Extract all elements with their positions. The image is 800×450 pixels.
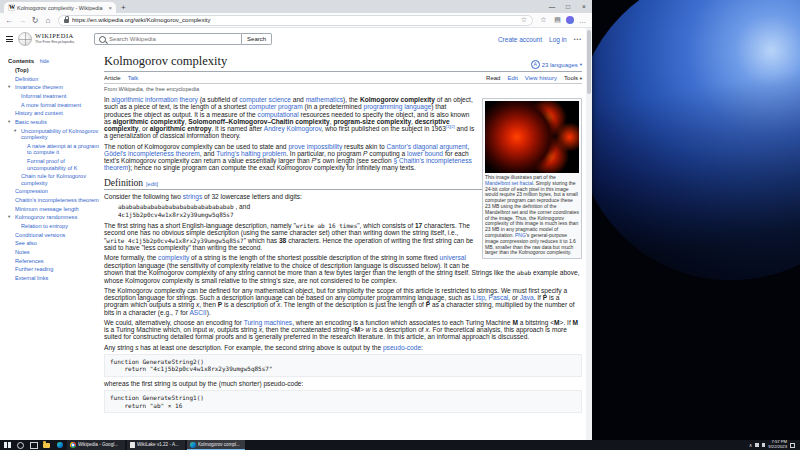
- inline-link[interactable]: computational: [258, 111, 299, 118]
- favorite-star-icon[interactable]: ☆: [521, 16, 527, 24]
- edit-link[interactable]: [edit]: [146, 181, 158, 187]
- forward-button[interactable]: →: [17, 16, 27, 25]
- toc-item-label[interactable]: Minimum message length: [15, 206, 79, 212]
- toc-item[interactable]: Definition: [8, 76, 100, 82]
- toc-item[interactable]: History and context: [8, 110, 100, 116]
- wikipedia-wordmark[interactable]: WIKIPEDIA The Free Encyclopedia: [35, 33, 74, 44]
- toc-item[interactable]: Further reading: [8, 266, 100, 272]
- tray-expand-icon[interactable]: ∧: [749, 442, 753, 448]
- url-text[interactable]: https://en.wikipedia.org/wiki/Kolmogorov…: [72, 17, 518, 23]
- search-box[interactable]: [94, 33, 242, 45]
- edge-icon[interactable]: [54, 440, 65, 450]
- inline-link[interactable]: programming language: [364, 103, 432, 110]
- toc-item-label[interactable]: See also: [15, 240, 37, 246]
- inline-link[interactable]: strings: [183, 193, 202, 200]
- tab-edit[interactable]: Edit: [507, 75, 517, 81]
- taskbar-clock[interactable]: 7:57 PM 9/22/2023: [768, 440, 787, 449]
- page-scrollbar[interactable]: [586, 28, 592, 440]
- mandelbrot-image[interactable]: [485, 101, 579, 173]
- toc-item[interactable]: A more formal treatment: [8, 102, 100, 108]
- back-button[interactable]: ←: [4, 16, 14, 25]
- toc-item-label[interactable]: Invariance theorem: [15, 84, 63, 90]
- network-icon[interactable]: [755, 443, 759, 447]
- inline-link[interactable]: Gödel's incompleteness theorem: [104, 150, 200, 157]
- browser-tab[interactable]: W Kolmogorov complexity - Wikipedia ×: [4, 2, 116, 13]
- inline-link[interactable]: Pascal: [489, 294, 509, 301]
- new-tab-button[interactable]: +: [121, 3, 126, 12]
- toc-item[interactable]: Informal treatment: [8, 93, 100, 99]
- maximize-button[interactable]: □: [560, 0, 576, 13]
- toc-item-label[interactable]: (Top): [15, 67, 29, 73]
- toc-item-label[interactable]: Basic results: [15, 119, 47, 125]
- toc-item-label[interactable]: Kolmogorov randomness: [15, 214, 77, 220]
- tab-close-icon[interactable]: ×: [108, 5, 112, 11]
- tab-talk[interactable]: Talk: [128, 75, 139, 81]
- toc-item-label[interactable]: Formal proof of uncomputability of K: [27, 158, 77, 170]
- tools-menu[interactable]: Tools ▾: [564, 75, 582, 81]
- create-account-link[interactable]: Create account: [498, 36, 542, 43]
- toc-item-label[interactable]: Chaitin's incompleteness theorem: [15, 197, 99, 203]
- inline-link[interactable]: computer program: [249, 103, 303, 110]
- action-center-icon[interactable]: [790, 443, 795, 448]
- inline-link[interactable]: computer science: [239, 96, 291, 103]
- toc-item[interactable]: Notes: [8, 249, 100, 255]
- languages-button[interactable]: A 23 languages ▾: [531, 60, 582, 69]
- close-button[interactable]: ×: [576, 0, 592, 13]
- toc-item[interactable]: Minimum message length: [8, 206, 100, 212]
- search-button[interactable]: Search: [242, 33, 272, 45]
- reload-button[interactable]: ↻: [30, 16, 40, 25]
- toc-item[interactable]: See also: [8, 240, 100, 246]
- tab-read[interactable]: Read: [486, 75, 500, 81]
- address-bar[interactable]: https://en.wikipedia.org/wiki/Kolmogorov…: [58, 15, 533, 26]
- browser-menu-icon[interactable]: …: [577, 17, 588, 24]
- toc-item[interactable]: A naive attempt at a program to compute …: [8, 143, 100, 156]
- inline-link[interactable]: Java: [520, 294, 534, 301]
- toc-item[interactable]: References: [8, 258, 100, 264]
- favorites-icon[interactable]: ☆: [538, 16, 549, 24]
- toc-item-label[interactable]: Notes: [15, 249, 30, 255]
- inline-link[interactable]: mathematics: [306, 96, 343, 103]
- tab-article[interactable]: Article: [104, 75, 121, 81]
- toc-item[interactable]: (Top): [8, 67, 100, 73]
- inline-link[interactable]: prove impossibility: [288, 143, 342, 150]
- toc-item-label[interactable]: Relation to entropy: [21, 223, 68, 229]
- scrollbar-thumb[interactable]: [587, 30, 591, 94]
- chevron-down-icon[interactable]: ▾: [8, 214, 10, 219]
- inline-link[interactable]: Andrey Kolmogorov: [264, 125, 321, 132]
- inline-link[interactable]: pseudo-code: [383, 344, 421, 351]
- file-explorer-icon[interactable]: [41, 440, 52, 450]
- toc-item[interactable]: Formal proof of uncomputability of K: [8, 158, 100, 171]
- inline-link[interactable]: Turing's halting problem: [216, 150, 286, 157]
- taskbar-button-app[interactable]: WikiLake v1.22 - A...: [127, 440, 185, 450]
- inline-link[interactable]: Lisp: [473, 294, 485, 301]
- minimize-button[interactable]: —: [544, 0, 560, 13]
- toc-item-label[interactable]: History and context: [15, 110, 63, 116]
- volume-icon[interactable]: [762, 443, 766, 447]
- toc-item-label[interactable]: Chain rule for Kolmogorov complexity: [21, 173, 86, 185]
- toc-item[interactable]: External links: [8, 275, 100, 281]
- lock-icon[interactable]: [64, 19, 69, 23]
- chevron-down-icon[interactable]: ▾: [8, 119, 10, 124]
- inline-link[interactable]: lower bound: [407, 150, 443, 157]
- collections-icon[interactable]: ▤: [552, 16, 563, 24]
- inline-link[interactable]: Turing machines: [244, 319, 293, 326]
- search-input[interactable]: [109, 36, 237, 42]
- user-menu-icon[interactable]: •••: [574, 36, 582, 42]
- inline-link[interactable]: complexity: [158, 254, 189, 261]
- toc-item-label[interactable]: Further reading: [15, 266, 53, 272]
- toc-item[interactable]: ▾Uncomputability of Kolmogorov complexit…: [8, 128, 100, 141]
- toc-item-label[interactable]: References: [15, 258, 44, 264]
- toc-item[interactable]: ▾Basic results: [8, 119, 100, 125]
- profile-avatar[interactable]: [566, 16, 574, 24]
- toc-item-label[interactable]: Compression: [15, 188, 48, 194]
- taskbar-search-icon[interactable]: [15, 440, 26, 450]
- toc-item-label[interactable]: Informal treatment: [21, 93, 66, 99]
- toc-item-label[interactable]: A more formal treatment: [21, 102, 81, 108]
- inline-link[interactable]: ASCII: [189, 309, 206, 316]
- task-view-icon[interactable]: [28, 440, 39, 450]
- toc-item-label[interactable]: A naive attempt at a program to compute …: [27, 143, 99, 155]
- toc-item[interactable]: Chaitin's incompleteness theorem: [8, 197, 100, 203]
- toc-item-label[interactable]: Uncomputability of Kolmogorov complexity: [21, 128, 98, 140]
- taskbar-button-edge-window[interactable]: Kolmogorov compl...: [187, 440, 245, 450]
- chevron-down-icon[interactable]: ▾: [8, 84, 10, 89]
